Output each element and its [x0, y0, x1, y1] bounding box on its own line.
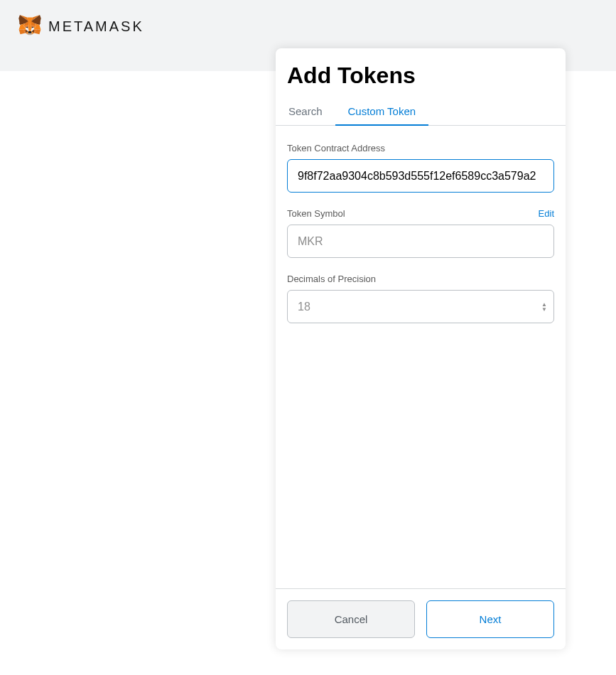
modal-title: Add Tokens [276, 48, 566, 97]
contract-address-input[interactable] [287, 159, 554, 193]
svg-marker-23 [28, 31, 32, 33]
field-token-symbol: Token Symbol Edit [287, 208, 554, 258]
brand-name: METAMASK [48, 18, 144, 35]
label-contract-address: Token Contract Address [287, 143, 385, 153]
brand: METAMASK [18, 14, 144, 38]
label-token-symbol: Token Symbol [287, 208, 345, 219]
cancel-button[interactable]: Cancel [287, 600, 415, 638]
number-stepper-icon[interactable]: ▲▼ [541, 302, 547, 311]
edit-link[interactable]: Edit [539, 208, 554, 219]
decimals-input[interactable] [287, 290, 554, 323]
add-tokens-modal: Add Tokens Search Custom Token Token Con… [276, 48, 566, 649]
tab-search[interactable]: Search [276, 98, 335, 126]
modal-footer: Cancel Next [276, 588, 566, 649]
form: Token Contract Address Token Symbol Edit… [276, 126, 566, 588]
field-decimals: Decimals of Precision ▲▼ [287, 274, 554, 323]
field-contract-address: Token Contract Address [287, 143, 554, 193]
label-decimals: Decimals of Precision [287, 274, 376, 284]
next-button[interactable]: Next [426, 600, 554, 638]
tabs: Search Custom Token [276, 97, 566, 126]
tab-custom-token[interactable]: Custom Token [335, 98, 429, 126]
metamask-logo-icon [18, 14, 41, 38]
token-symbol-input[interactable] [287, 225, 554, 258]
